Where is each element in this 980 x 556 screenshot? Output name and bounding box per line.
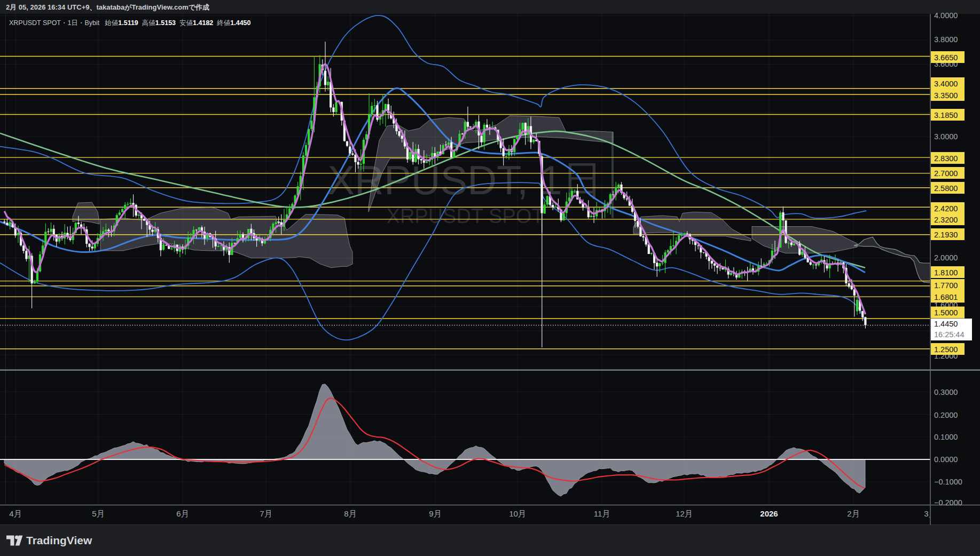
svg-text:1.8100: 1.8100 — [934, 268, 958, 277]
svg-text:2月 05, 2026 16:34 UTC+9、takata: 2月 05, 2026 16:34 UTC+9、takatabaがTrading… — [6, 3, 209, 11]
svg-text:2.3200: 2.3200 — [934, 216, 958, 224]
svg-text:16:25:44: 16:25:44 — [934, 330, 964, 339]
svg-text:9月: 9月 — [429, 509, 441, 518]
svg-text:2.8300: 2.8300 — [934, 154, 958, 163]
svg-text:2026: 2026 — [760, 509, 778, 518]
svg-text:8月: 8月 — [344, 509, 356, 518]
svg-text:10月: 10月 — [509, 509, 526, 518]
svg-text:2.0000: 2.0000 — [934, 253, 958, 262]
svg-text:TradingView: TradingView — [26, 534, 92, 546]
svg-text:−0.2000: −0.2000 — [934, 498, 962, 507]
svg-text:3.4000: 3.4000 — [934, 80, 958, 88]
svg-text:1.5000: 1.5000 — [934, 308, 958, 317]
svg-text:11月: 11月 — [594, 509, 610, 518]
svg-text:3.3500: 3.3500 — [934, 91, 958, 100]
svg-text:0.3000: 0.3000 — [934, 388, 958, 396]
svg-text:12月: 12月 — [676, 509, 693, 518]
svg-text:1.7700: 1.7700 — [934, 281, 958, 290]
svg-text:0.1000: 0.1000 — [934, 433, 958, 441]
svg-text:2.1930: 2.1930 — [934, 231, 958, 239]
svg-text:1.6801: 1.6801 — [934, 293, 958, 301]
svg-text:7月: 7月 — [260, 509, 272, 518]
svg-text:1.4450: 1.4450 — [934, 320, 958, 328]
svg-text:3.6650: 3.6650 — [934, 53, 958, 62]
svg-text:2.5800: 2.5800 — [934, 184, 958, 193]
svg-text:3.8000: 3.8000 — [934, 35, 958, 44]
svg-text:2月: 2月 — [847, 509, 859, 518]
svg-text:6月: 6月 — [176, 509, 189, 518]
svg-text:0.2000: 0.2000 — [934, 411, 958, 419]
svg-text:3.0000: 3.0000 — [934, 132, 958, 141]
svg-text:−0.1000: −0.1000 — [934, 478, 962, 486]
svg-text:XRPUSDT, 1日: XRPUSDT, 1日 — [327, 157, 602, 203]
svg-text:4月: 4月 — [9, 509, 21, 518]
svg-text:2.4200: 2.4200 — [934, 204, 958, 213]
svg-text:1.2500: 1.2500 — [934, 345, 958, 354]
svg-text:3.1850: 3.1850 — [934, 111, 958, 120]
svg-text:4.0000: 4.0000 — [934, 11, 958, 20]
svg-text:5月: 5月 — [92, 509, 104, 518]
svg-text:XRPUSDT SPOT: XRPUSDT SPOT — [387, 205, 544, 227]
svg-text:0.0000: 0.0000 — [934, 455, 958, 464]
svg-text:2.7000: 2.7000 — [934, 169, 958, 178]
